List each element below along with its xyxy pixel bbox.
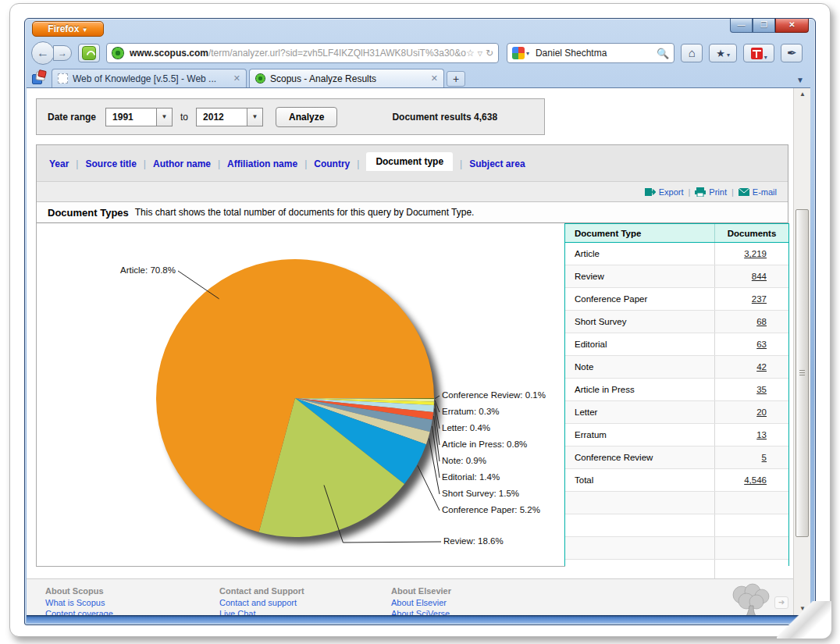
pie-label-letter: Letter: 0.4% (442, 423, 490, 432)
doc-type-cell: Article (565, 249, 714, 258)
chart-and-table-row: Conference Review: 0.1% Erratum: 0.3% Le… (37, 223, 788, 566)
doc-count-link[interactable]: 68 (756, 317, 767, 326)
to-label: to (180, 112, 188, 123)
back-button[interactable]: ← (31, 41, 55, 65)
doc-type-cell: Article in Press (565, 385, 714, 394)
footer-heading: About Scopus (45, 585, 121, 597)
url-domain: www.scopus.com (130, 48, 208, 59)
pie-label-review: Review: 18.6% (443, 536, 504, 546)
fu-addon-button[interactable]: ▾ (743, 44, 774, 62)
doc-count-link[interactable]: 237 (752, 294, 767, 304)
separator: | (304, 158, 307, 169)
maximize-button[interactable]: ❐ (753, 19, 775, 33)
date-from-select[interactable]: 1991 ▼ (105, 108, 173, 126)
nav-tab-author-name[interactable]: Author name (153, 158, 211, 169)
loading-placeholder-icon (58, 73, 68, 84)
minimize-button[interactable]: — (730, 19, 753, 33)
doc-count-link[interactable]: 3,219 (744, 249, 767, 258)
footer-heading: About Elsevier (391, 585, 451, 597)
reload-icon[interactable]: ↻ (486, 48, 493, 59)
footer-link[interactable]: About Elsevier (391, 597, 451, 609)
pie-label-note: Note: 0.9% (442, 456, 486, 465)
print-link[interactable]: Print (695, 187, 727, 197)
table-row: Short Survey68 (565, 311, 788, 333)
column-header-document-type: Document Type (565, 229, 714, 238)
screenshot-frame: Firefox ▼ — ❐ ✕ ← → www.scopus.com/term/… (9, 3, 831, 637)
total-count-link[interactable]: 4,546 (744, 475, 767, 485)
footer-link[interactable]: Content coverage (45, 608, 121, 615)
bookmark-star-icon[interactable]: ☆ (466, 48, 475, 59)
tab-web-of-knowledge[interactable]: Web of Knowledge [v.5.5] - Web ... ✕ (52, 69, 247, 87)
search-box[interactable]: ▾ 🔍 (507, 43, 674, 63)
tab-strip: Web of Knowledge [v.5.5] - Web ... ✕ Sco… (25, 67, 815, 87)
home-button[interactable]: ⌂ (681, 44, 703, 62)
column-header-documents: Documents (714, 224, 788, 242)
tab-title: Web of Knowledge [v.5.5] - Web ... (73, 73, 229, 84)
doc-count-link[interactable]: 844 (752, 272, 767, 281)
export-link[interactable]: Export (645, 187, 684, 197)
title-bar: Firefox ▼ — ❐ ✕ (25, 19, 815, 39)
scroll-up-icon[interactable]: ▲ (794, 88, 810, 101)
tab-close-icon[interactable]: ✕ (431, 73, 438, 84)
nav-tab-subject-area[interactable]: Subject area (469, 158, 525, 169)
quill-pen-icon: ✒ (787, 46, 797, 59)
close-button[interactable]: ✕ (775, 19, 809, 33)
analyze-button[interactable]: Analyze (276, 107, 337, 127)
doc-type-cell: Editorial (565, 340, 714, 349)
scrollbar-thumb[interactable] (796, 209, 809, 537)
doc-count-link[interactable]: 42 (756, 362, 767, 372)
doc-count-link[interactable]: 5 (762, 453, 767, 462)
bookmarks-button[interactable]: ★▾ (709, 44, 737, 62)
table-row: Article3,219 (565, 243, 788, 265)
separator: | (76, 158, 78, 169)
tab-close-icon[interactable]: ✕ (233, 73, 240, 84)
doc-count-link[interactable]: 35 (756, 385, 767, 394)
email-link[interactable]: E-mail (739, 187, 777, 197)
date-range-panel: Date range 1991 ▼ to 2012 ▼ Analyze Docu… (36, 98, 545, 135)
table-row: Erratum13 (565, 424, 788, 447)
forward-button[interactable]: → (53, 45, 72, 61)
window-bottom-border (27, 615, 810, 623)
doc-count-link[interactable]: 13 (756, 430, 767, 439)
search-input[interactable] (529, 48, 657, 59)
table-row: Letter20 (565, 401, 788, 424)
table-empty-row (565, 514, 788, 537)
date-to-select[interactable]: 2012 ▼ (196, 108, 263, 126)
url-text: www.scopus.com/term/analyzer.url?sid=zvh… (130, 48, 466, 59)
firefox-menu-button[interactable]: Firefox ▼ (32, 21, 104, 37)
nav-tab-country[interactable]: Country (314, 158, 350, 169)
chevron-down-icon: ▼ (82, 27, 88, 34)
section-title: Document Types (48, 207, 129, 219)
url-bar[interactable]: www.scopus.com/term/analyzer.url?sid=zvh… (106, 43, 499, 63)
section-description: This chart shows the total number of doc… (135, 207, 475, 218)
footer-column-contact-support: Contact and Support Contact and support … (219, 585, 304, 615)
chevron-down-icon: ▼ (156, 109, 172, 126)
separator: | (460, 158, 462, 169)
tab-groups-icon[interactable] (31, 70, 47, 86)
doc-count-link[interactable]: 63 (756, 340, 767, 349)
vertical-scrollbar[interactable]: ▲ ▼ (793, 88, 810, 615)
list-all-tabs-icon[interactable]: ▼ (796, 76, 804, 84)
chevron-down-icon: ▾ (727, 52, 730, 59)
export-actions-row: Export | Print | E-mail (37, 182, 788, 201)
footer-link[interactable]: Live Chat (219, 608, 304, 615)
nav-tab-year[interactable]: Year (49, 158, 69, 169)
footer-link[interactable]: Contact and support (219, 597, 304, 609)
feedly-addon-button[interactable] (78, 44, 100, 62)
new-tab-button[interactable]: + (447, 71, 465, 87)
footer-link[interactable]: What is Scopus (45, 597, 121, 609)
nav-tab-document-type-active[interactable]: Document type (366, 152, 453, 171)
google-logo-icon[interactable] (512, 47, 525, 59)
table-row: Conference Paper237 (565, 288, 788, 311)
table-row: Article in Press35 (565, 379, 788, 401)
search-magnifier-icon[interactable]: 🔍 (657, 48, 669, 59)
doc-type-cell: Review (565, 272, 714, 281)
tab-scopus-analyze-results[interactable]: Scopus - Analyze Results ✕ (249, 69, 444, 87)
doc-count-link[interactable]: 20 (756, 407, 767, 417)
url-dropdown-icon[interactable]: ▽ (478, 50, 482, 57)
pie-label-article-in-press: Article in Press: 0.8% (442, 439, 527, 449)
nav-tab-affiliation-name[interactable]: Affiliation name (227, 158, 297, 169)
quill-addon-button[interactable]: ✒ (781, 44, 803, 62)
nav-tab-source-title[interactable]: Source title (85, 158, 136, 169)
footer-link[interactable]: About SciVerse (391, 608, 451, 615)
